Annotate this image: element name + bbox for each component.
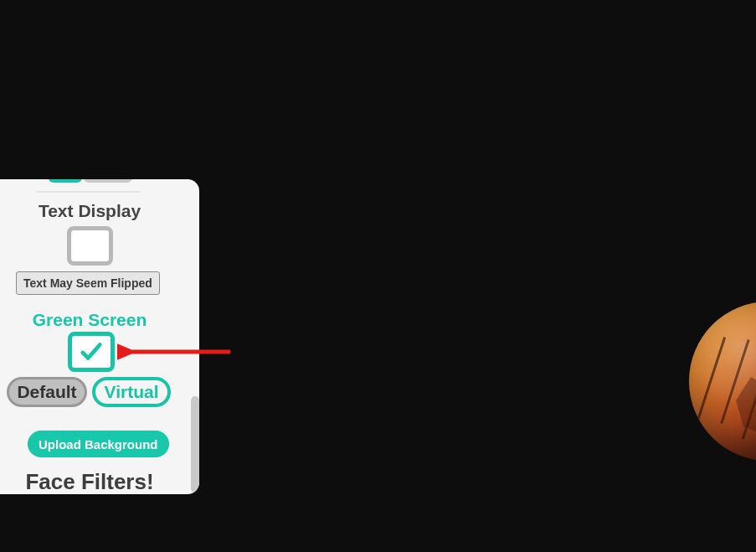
mode-virtual-button[interactable]: Virtual: [92, 377, 171, 407]
section-divider: [37, 191, 141, 193]
partial-on-pill[interactable]: [49, 179, 82, 183]
text-flipped-hint: Text May Seem Flipped: [16, 271, 160, 295]
upload-background-button[interactable]: Upload Background: [28, 431, 169, 457]
panel-scrollbar-thumb[interactable]: [191, 396, 199, 493]
partial-toggle-row: [49, 179, 132, 188]
mode-default-button[interactable]: Default: [7, 377, 87, 407]
green-screen-heading: Green Screen: [0, 310, 179, 330]
check-icon: [79, 339, 104, 364]
face-filters-heading: Face Filters!: [0, 469, 179, 494]
partial-off-pill[interactable]: [84, 179, 132, 183]
green-screen-checkbox[interactable]: [68, 332, 115, 372]
text-display-heading: Text Display: [0, 201, 179, 221]
settings-panel: Text Display Text May Seem Flipped Green…: [0, 179, 199, 494]
green-screen-mode-toggle: Default Virtual: [7, 377, 171, 407]
text-display-checkbox[interactable]: [67, 226, 113, 266]
preview-thumbnail[interactable]: [689, 302, 756, 461]
settings-panel-inner: Text Display Text May Seem Flipped Green…: [0, 179, 199, 494]
